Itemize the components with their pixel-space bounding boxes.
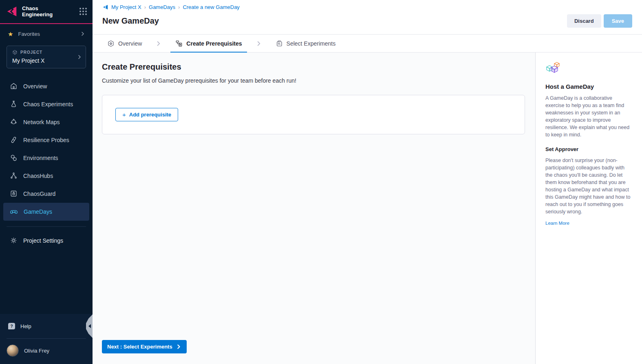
chevron-right-icon xyxy=(77,54,82,60)
add-prerequisite-button[interactable]: + Add prerequisite xyxy=(115,108,178,121)
nav-label: Overview xyxy=(23,83,47,90)
sidebar-item-favorites[interactable]: ★ Favorites xyxy=(0,24,93,43)
breadcrumb-link-create[interactable]: Create a new GameDay xyxy=(183,4,239,10)
project-selector[interactable]: PROJECT My Project X xyxy=(7,46,86,68)
aside-intro: A GameDay is a collaborative exercise to… xyxy=(545,94,631,138)
breadcrumb: My Project X › GameDays › Create a new G… xyxy=(102,4,632,10)
help-icon: ? xyxy=(8,323,15,329)
cube-icon xyxy=(12,50,18,55)
sidebar-item-overview[interactable]: Overview xyxy=(0,77,93,95)
aside-section-title: Set Approver xyxy=(545,146,631,152)
wizard-tabbar: Overview Create Prerequisites Select Exp… xyxy=(93,35,642,53)
nav-label: ChaosGuard xyxy=(23,191,55,197)
add-prerequisite-label: Add prerequisite xyxy=(129,112,171,118)
chevron-right-icon xyxy=(80,31,85,36)
project-kicker: PROJECT xyxy=(20,50,42,55)
sidebar: Chaos Engineering ★ Favorites PROJECT My… xyxy=(0,0,93,364)
sidebar-item-environments[interactable]: Environments xyxy=(0,149,93,167)
chevron-right-icon xyxy=(176,344,181,349)
discard-button[interactable]: Discard xyxy=(567,14,601,28)
environments-icon xyxy=(10,154,18,162)
breadcrumb-separator: › xyxy=(178,4,180,10)
next-button-label: Next : Select Experiments xyxy=(107,344,172,350)
probe-icon xyxy=(10,136,18,144)
overview-hexagon-icon xyxy=(107,40,115,47)
network-map-icon xyxy=(10,118,18,126)
learn-more-link[interactable]: Learn More xyxy=(545,221,569,226)
tab-separator xyxy=(247,35,271,52)
harness-logo-icon xyxy=(6,5,18,18)
prerequisites-panel: Create Prerequisites Customize your list… xyxy=(93,53,535,364)
save-button[interactable]: Save xyxy=(604,14,632,28)
main-column: My Project X › GameDays › Create a new G… xyxy=(93,0,642,364)
gear-icon xyxy=(10,237,18,244)
sidebar-header: Chaos Engineering xyxy=(0,0,93,23)
project-name: My Project X xyxy=(12,57,75,64)
breadcrumb-separator: › xyxy=(144,4,146,10)
page-header: My Project X › GameDays › Create a new G… xyxy=(93,0,642,35)
nav-label: Chaos Experiments xyxy=(23,101,73,107)
page-title: New GameDay xyxy=(102,16,567,26)
breadcrumb-link-gamedays[interactable]: GameDays xyxy=(149,4,175,10)
breadcrumb-link-project[interactable]: My Project X xyxy=(111,4,141,10)
aside-section-body: Please don't surprise your (non-particip… xyxy=(545,157,631,215)
avatar xyxy=(7,344,19,357)
section-subheading: Customize your list of GameDay prerequis… xyxy=(102,77,525,84)
favorites-label: Favorites xyxy=(18,31,40,37)
chevron-right-icon xyxy=(256,41,262,46)
user-name: Olivia Frey xyxy=(24,348,49,354)
nav-label: Network Maps xyxy=(23,119,60,125)
nav-label: ChaosHubs xyxy=(23,173,53,179)
sidebar-nav: Overview Chaos Experiments Network Maps … xyxy=(0,77,93,221)
tab-overview[interactable]: Overview xyxy=(102,35,147,52)
star-icon: ★ xyxy=(8,31,13,37)
collapse-arrow-icon xyxy=(88,324,91,328)
module-grid-icon[interactable] xyxy=(79,8,87,15)
user-menu[interactable]: Olivia Frey xyxy=(0,339,93,364)
home-icon xyxy=(10,82,18,90)
nav-label: Environments xyxy=(23,155,58,161)
tab-select-experiments[interactable]: Select Experiments xyxy=(271,35,341,52)
guard-lock-icon xyxy=(10,190,18,197)
next-select-experiments-button[interactable]: Next : Select Experiments xyxy=(102,340,187,353)
sidebar-item-chaosguard[interactable]: ChaosGuard xyxy=(0,185,93,203)
hub-icon xyxy=(10,172,18,180)
prerequisites-flow-icon xyxy=(175,40,183,47)
gamepad-icon xyxy=(10,208,18,216)
brand-name: Chaos Engineering xyxy=(22,5,75,18)
tab-separator xyxy=(147,35,170,52)
content-row: Create Prerequisites Customize your list… xyxy=(93,53,642,364)
sidebar-item-chaoshubs[interactable]: ChaosHubs xyxy=(0,167,93,185)
sidebar-item-resilience-probes[interactable]: Resilience Probes xyxy=(0,131,93,149)
help-label: Help xyxy=(20,323,31,329)
chevron-right-icon xyxy=(156,41,161,46)
experiments-stack-icon xyxy=(276,40,283,47)
prerequisites-card: + Add prerequisite xyxy=(102,95,525,134)
settings-label: Project Settings xyxy=(23,237,63,244)
help-aside: Host a GameDay A GameDay is a collaborat… xyxy=(535,53,642,364)
harness-breadcrumb-icon xyxy=(102,4,108,10)
app-window: Chaos Engineering ★ Favorites PROJECT My… xyxy=(0,0,642,364)
sidebar-item-chaos-experiments[interactable]: Chaos Experiments xyxy=(0,95,93,113)
sidebar-divider xyxy=(7,226,86,227)
section-heading: Create Prerequisites xyxy=(102,62,525,72)
tab-label: Overview xyxy=(118,40,142,47)
sidebar-item-gamedays[interactable]: GameDays xyxy=(3,203,89,221)
help-button[interactable]: ? Help xyxy=(0,314,93,338)
aside-title: Host a GameDay xyxy=(545,83,631,90)
sidebar-footer: ? Help Olivia Frey xyxy=(0,314,93,364)
nav-label: GameDays xyxy=(24,208,52,215)
tab-label: Create Prerequisites xyxy=(186,40,242,47)
tab-label: Select Experiments xyxy=(287,40,336,47)
sidebar-item-network-maps[interactable]: Network Maps xyxy=(0,113,93,131)
plus-icon: + xyxy=(122,112,126,118)
tab-create-prerequisites[interactable]: Create Prerequisites xyxy=(170,35,247,52)
nav-label: Resilience Probes xyxy=(23,137,69,143)
gameday-cubes-icon xyxy=(545,61,561,75)
flask-icon xyxy=(10,100,18,108)
sidebar-item-project-settings[interactable]: Project Settings xyxy=(0,232,93,250)
